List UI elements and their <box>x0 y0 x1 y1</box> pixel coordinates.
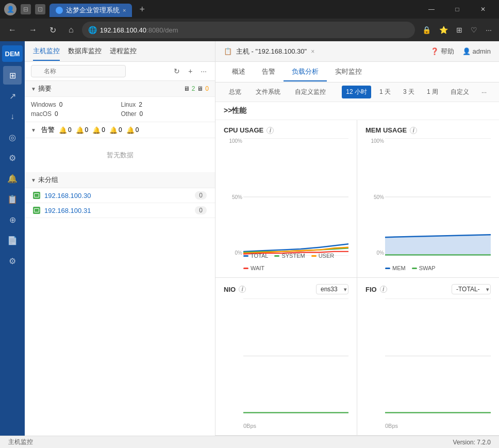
host-item-2[interactable]: 192.168.100.31 0 <box>25 203 215 218</box>
fio-chart-header: FIO i -TOTAL- <box>365 284 491 294</box>
time-more[interactable]: ··· <box>477 87 491 98</box>
sidebar-item-settings[interactable]: ⚙ <box>3 148 22 167</box>
browser-tab[interactable]: 达梦企业管理系统 × <box>49 4 132 17</box>
time-1w[interactable]: 1 周 <box>423 86 442 98</box>
forward-button[interactable]: → <box>25 23 41 37</box>
legend-wait-label: WAIT <box>251 265 264 271</box>
time-12h[interactable]: 12 小时 <box>342 86 371 98</box>
host-item-1[interactable]: 192.168.100.30 0 <box>25 188 215 203</box>
mem-chart-area: 100% 50% 0% <box>365 138 491 271</box>
sidebar-item-config[interactable]: ⚙ <box>3 252 22 270</box>
server-icon: 🖥 <box>184 85 190 92</box>
mem-info-icon[interactable]: i <box>410 127 417 134</box>
group-title: 未分组 <box>38 175 58 185</box>
tab-panel-title: 主机 - "192.168.100.30" <box>236 47 307 56</box>
fio-info-icon[interactable]: i <box>380 286 387 293</box>
search-input[interactable] <box>31 65 126 77</box>
host-badge-2: 0 <box>195 206 207 214</box>
sidebar-item-add[interactable]: ⊕ <box>3 210 22 229</box>
more-btn[interactable]: ··· <box>198 66 209 76</box>
help-button[interactable]: ❓ 帮助 <box>430 47 454 56</box>
mem-y-0: 0% <box>365 250 384 256</box>
cpu-info-icon[interactable]: i <box>267 127 274 134</box>
legend-user: USER <box>311 253 335 259</box>
close-button[interactable]: ✕ <box>471 2 495 16</box>
alert-item-1: 🔔 0 <box>59 126 72 134</box>
nio-select-wrap: ens33 <box>316 284 348 294</box>
globe-icon: 🌐 <box>88 26 97 34</box>
sidebar-item-alert[interactable]: 🔔 <box>3 169 22 188</box>
tab-load-analysis[interactable]: 负载分析 <box>284 63 327 81</box>
user-avatar: 👤 <box>4 3 16 15</box>
legend-mem-label: MEM <box>392 265 406 271</box>
maximize-button[interactable]: □ <box>445 2 469 16</box>
chart-mem-usage: MEM USAGE i 100% 50% 0% <box>357 120 499 278</box>
tab-realtime-monitor[interactable]: 实时监控 <box>327 63 370 81</box>
tab-db-monitor[interactable]: 数据库监控 <box>68 42 102 61</box>
sidebar-toggle-icon[interactable]: ⊞ <box>453 24 465 36</box>
time-custom[interactable]: 自定义 <box>446 86 473 98</box>
cpu-chart-title: CPU USAGE <box>224 126 263 134</box>
minimize-button[interactable]: — <box>420 2 443 16</box>
tab-manager-icon[interactable]: ⊟ <box>21 4 31 14</box>
legend-system-dot <box>274 255 279 257</box>
legend-mem-dot <box>385 268 390 269</box>
fio-dropdown[interactable]: -TOTAL- <box>452 284 491 294</box>
time-1d[interactable]: 1 天 <box>375 86 395 98</box>
alert-item-2: 🔔 0 <box>76 126 89 134</box>
home-button[interactable]: ⌂ <box>64 23 78 37</box>
tab-process-monitor[interactable]: 进程监控 <box>110 42 137 61</box>
group-toggle[interactable]: ▼ <box>31 177 36 183</box>
new-tab-button[interactable]: + <box>136 4 148 15</box>
shield-icon[interactable]: 🔒 <box>419 24 434 36</box>
sidebar-item-monitor[interactable]: ◎ <box>3 128 22 146</box>
bell-blue-icon-2: 🔔 <box>76 126 84 134</box>
user-button[interactable]: 👤 admin <box>462 47 491 55</box>
bottom-bar: 主机监控 Version: 7.2.0 <box>0 436 499 448</box>
summary-label-linux: Linux <box>121 101 136 108</box>
time-3d[interactable]: 3 天 <box>399 86 419 98</box>
add-btn[interactable]: + <box>186 66 194 76</box>
legend-mem: MEM <box>385 265 406 271</box>
nio-dropdown[interactable]: ens33 <box>316 284 348 294</box>
username-label: admin <box>473 47 491 55</box>
more-icon[interactable]: ··· <box>483 24 495 36</box>
help-icon: ❓ <box>430 47 439 55</box>
sidebar-item-host-monitor[interactable]: ⊞ <box>3 66 22 85</box>
tab-panel-close[interactable]: × <box>311 48 314 55</box>
bottom-bar-right: Version: 7.2.0 <box>453 439 491 446</box>
tab-close-icon[interactable]: × <box>123 7 126 13</box>
alert-toggle[interactable]: ▼ <box>31 127 36 133</box>
subnav-overview[interactable]: 总览 <box>224 86 246 98</box>
refresh-button[interactable]: ↻ <box>45 23 60 37</box>
alert-item-4: 🔔 0 <box>109 126 122 134</box>
subnav-custom[interactable]: 自定义监控 <box>290 86 331 98</box>
alert-count-3: 0 <box>102 126 105 134</box>
nio-y-axis <box>224 298 242 413</box>
subnav-filesystem[interactable]: 文件系统 <box>251 86 286 98</box>
address-bar-input[interactable]: 🌐 192.168.100.40:8080/dem <box>82 22 415 38</box>
server-icon-2: 🖥 <box>197 85 203 92</box>
favorites-icon[interactable]: ♡ <box>468 24 480 36</box>
fio-chart-title: FIO <box>365 286 377 293</box>
extension-icon[interactable]: ⭐ <box>436 24 451 36</box>
split-icon[interactable]: ⊡ <box>35 4 45 14</box>
sidebar-item-link[interactable]: ↗ <box>3 87 22 105</box>
nav-tabs: 概述 告警 负载分析 实时监控 <box>215 62 499 82</box>
back-button[interactable]: ← <box>4 23 21 37</box>
mem-y-axis: 100% 50% 0% <box>365 138 384 256</box>
tab-overview[interactable]: 概述 <box>224 63 254 81</box>
tab-alerts[interactable]: 告警 <box>254 63 284 81</box>
tab-host-monitor[interactable]: 主机监控 <box>33 42 60 61</box>
nio-info-icon[interactable]: i <box>239 286 246 293</box>
sidebar-item-docs[interactable]: 📄 <box>3 231 22 250</box>
sidebar-item-download[interactable]: ↓ <box>3 107 22 126</box>
refresh-btn[interactable]: ↻ <box>172 66 182 76</box>
alert-title: 告警 <box>41 125 55 135</box>
left-panel-content: ▼ 摘要 🖥 2 🖥 0 Windows 0 Linux 2 <box>25 81 215 436</box>
summary-item-macos: macOS 0 <box>31 110 119 118</box>
alert-count-1: 0 <box>68 126 72 134</box>
sidebar-item-list[interactable]: 📋 <box>3 190 22 208</box>
summary-toggle[interactable]: ▼ <box>31 86 36 92</box>
legend-wait: WAIT <box>243 265 264 271</box>
